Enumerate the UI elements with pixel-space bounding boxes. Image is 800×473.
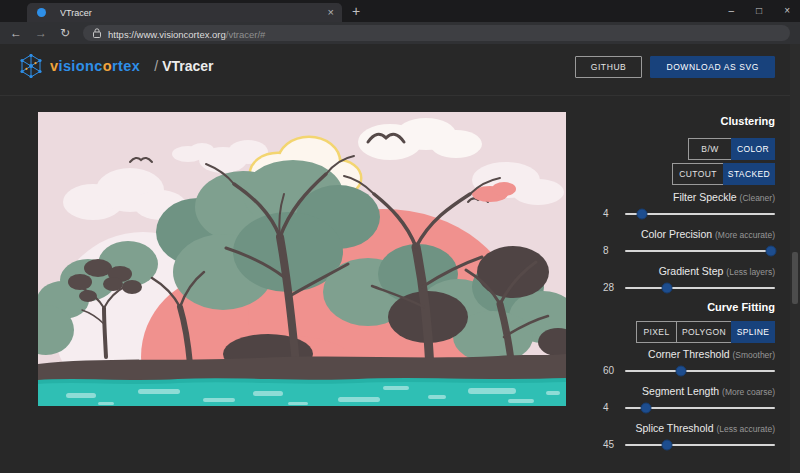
corner-threshold-label: Corner Threshold (Smoother) (595, 348, 775, 361)
slider-value: 45 (595, 439, 625, 450)
slider-value: 28 (595, 282, 625, 293)
splice-threshold-label: Splice Threshold (Less accurate) (595, 422, 775, 435)
header-buttons: GITHUB DOWNLOAD AS SVG (575, 56, 775, 78)
pixel-button[interactable]: PIXEL (636, 321, 677, 343)
bw-button[interactable]: B/W (688, 138, 732, 160)
window-controls: – □ × (729, 0, 790, 22)
corner-threshold-slider: 60 (595, 364, 775, 377)
lock-icon (93, 28, 101, 38)
back-icon[interactable]: ← (10, 27, 22, 39)
slider-track[interactable] (625, 250, 775, 252)
github-button[interactable]: GITHUB (575, 56, 643, 78)
maximize-icon[interactable]: □ (756, 6, 762, 16)
slider-value: 4 (595, 402, 625, 413)
slider-thumb[interactable] (636, 208, 647, 219)
filter-speckle-slider: 4 (595, 207, 775, 220)
visioncortex-logo-icon (20, 54, 42, 78)
control-panel: Clustering B/W COLOR CUTOUT STACKED Filt… (595, 115, 775, 451)
favicon-icon (37, 8, 46, 17)
color-precision-slider: 8 (595, 244, 775, 257)
slider-thumb[interactable] (675, 365, 686, 376)
browser-titlebar: VTracer × + – □ × (0, 0, 800, 22)
close-icon[interactable]: × (784, 6, 790, 16)
slider-track[interactable] (625, 407, 775, 409)
page-scrollbar[interactable] (790, 44, 800, 473)
page-title: /VTracer (154, 58, 213, 74)
water (38, 380, 566, 406)
brand[interactable]: visioncortex /VTracer (20, 54, 214, 78)
segment-length-hint: (More coarse) (722, 387, 775, 397)
slider-thumb[interactable] (662, 439, 673, 450)
slider-thumb[interactable] (641, 402, 652, 413)
slider-thumb[interactable] (765, 245, 776, 256)
slider-track[interactable] (625, 213, 775, 215)
scrollbar-thumb[interactable] (792, 252, 798, 304)
new-tab-button[interactable]: + (352, 2, 360, 21)
url-path: /vtracer/# (226, 29, 266, 40)
refresh-icon[interactable]: ↻ (60, 27, 70, 39)
clustering-mode-group: B/W COLOR (595, 138, 775, 160)
slider-track[interactable] (625, 287, 775, 289)
curve-fitting-title: Curve Fitting (595, 301, 775, 313)
forward-icon[interactable]: → (35, 27, 47, 39)
browser-window: VTracer × + – □ × ← → ↻ https://www.visi… (0, 0, 800, 473)
address-bar[interactable]: https://www.visioncortex.org/vtracer/# (83, 25, 790, 41)
slider-track[interactable] (625, 444, 775, 446)
app-header: visioncortex /VTracer GITHUB DOWNLOAD AS… (0, 44, 790, 96)
tab-close-icon[interactable]: × (328, 7, 334, 18)
slider-thumb[interactable] (662, 282, 673, 293)
download-svg-button[interactable]: DOWNLOAD AS SVG (650, 56, 775, 78)
segment-length-label: Segment Length (More coarse) (595, 385, 775, 398)
slider-value: 4 (595, 208, 625, 219)
color-precision-label: Color Precision (More accurate) (595, 228, 775, 241)
filter-speckle-hint: (Cleaner) (740, 193, 775, 203)
gradient-step-label: Gradient Step (Less layers) (595, 265, 775, 278)
cutout-button[interactable]: CUTOUT (672, 163, 724, 185)
corner-threshold-hint: (Smoother) (732, 350, 775, 360)
browser-tab[interactable]: VTracer × (27, 3, 342, 22)
url-domain: https://www.visioncortex.org (108, 29, 226, 40)
splice-threshold-hint: (Less accurate) (716, 424, 775, 434)
gradient-step-slider: 28 (595, 281, 775, 294)
traced-illustration (38, 112, 566, 406)
minimize-icon[interactable]: – (729, 6, 735, 16)
curve-fitting-mode-group: PIXEL POLYGON SPLINE (595, 321, 775, 343)
browser-toolbar: ← → ↻ https://www.visioncortex.org/vtrac… (0, 22, 800, 44)
brand-wordmark: visioncortex (50, 58, 140, 74)
splice-threshold-slider: 45 (595, 438, 775, 451)
clustering-layering-group: CUTOUT STACKED (595, 163, 775, 185)
clustering-title: Clustering (595, 115, 775, 127)
gradient-step-hint: (Less layers) (726, 267, 775, 277)
filter-speckle-label: Filter Speckle (Cleaner) (595, 191, 775, 204)
spline-button[interactable]: SPLINE (731, 321, 775, 343)
stacked-button[interactable]: STACKED (723, 163, 775, 185)
url-text: https://www.visioncortex.org/vtracer/# (108, 24, 265, 42)
color-button[interactable]: COLOR (731, 138, 775, 160)
tab-title: VTracer (60, 8, 328, 18)
slider-track[interactable] (625, 370, 775, 372)
slider-value: 8 (595, 245, 625, 256)
color-precision-hint: (More accurate) (715, 230, 775, 240)
segment-length-slider: 4 (595, 401, 775, 414)
canvas-frame (38, 112, 566, 406)
polygon-button[interactable]: POLYGON (676, 321, 732, 343)
slider-value: 60 (595, 365, 625, 376)
